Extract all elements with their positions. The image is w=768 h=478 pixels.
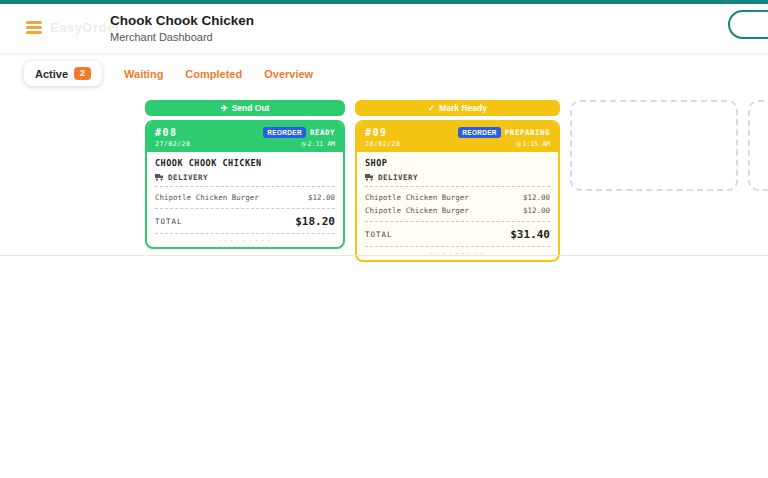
order-status: READY [310, 128, 335, 137]
order-status: PREPARING [505, 128, 550, 137]
item-name: Chipotle Chicken Burger [365, 193, 469, 202]
order-card-body: SHOP DELIVERY Chipotle Chicken Burger $1… [357, 152, 558, 260]
order-number: #08 [155, 127, 178, 138]
fulfillment-row: DELIVERY [365, 173, 550, 182]
order-time: ◷ 2:11 AM [301, 140, 335, 148]
item-price: $12.00 [308, 193, 335, 202]
tab-active[interactable]: Active 2 [24, 61, 102, 86]
tab-overview[interactable]: Overview [264, 68, 313, 80]
app-header: EasyOrder Chook Chook Chicken Merchant D… [0, 4, 768, 53]
tab-completed[interactable]: Completed [185, 68, 242, 80]
order-date: 27/02/20 [155, 140, 190, 148]
send-out-label: Send Out [232, 103, 270, 113]
total-label: TOTAL [365, 230, 393, 239]
total-label: TOTAL [155, 217, 183, 226]
divider [365, 246, 550, 247]
total-value: $18.20 [295, 215, 335, 228]
divider [155, 233, 335, 234]
item-price: $12.00 [523, 206, 550, 215]
divider [155, 186, 335, 187]
order-card-header: #08 REORDER READY 27/02/20 ◷ 2:11 AM [147, 122, 343, 152]
vendor-name: SHOP [365, 158, 550, 168]
empty-order-slot [748, 100, 768, 191]
send-out-button[interactable]: ✈ Send Out [145, 100, 345, 116]
empty-order-slot [570, 100, 738, 191]
section-divider [0, 255, 768, 256]
header-title-block: Chook Chook Chicken Merchant Dashboard [110, 13, 254, 43]
hamburger-menu-icon[interactable] [26, 21, 42, 35]
order-time: ◷ 1:15 AM [516, 140, 550, 148]
item-name: Chipotle Chicken Burger [365, 206, 469, 215]
total-row: TOTAL $31.40 [365, 226, 550, 242]
total-row: TOTAL $18.20 [155, 213, 335, 229]
order-card-body: CHOOK CHOOK CHICKEN DELIVERY Chipotle Ch… [147, 152, 343, 247]
item-price: $12.00 [523, 193, 550, 202]
order-item: Chipotle Chicken Burger $12.00 [365, 191, 550, 204]
divider [155, 208, 335, 209]
active-count-badge: 2 [74, 67, 91, 80]
page-subtitle: Merchant Dashboard [110, 31, 254, 43]
fulfillment-label: DELIVERY [168, 173, 208, 182]
fulfillment-label: DELIVERY [378, 173, 418, 182]
divider [365, 186, 550, 187]
reorder-badge: REORDER [263, 127, 306, 138]
send-icon: ✈ [221, 103, 228, 113]
divider [365, 221, 550, 222]
order-column-09: ✓ Mark Ready #09 REORDER PREPARING 28/02… [355, 100, 560, 262]
item-name: Chipotle Chicken Burger [155, 193, 259, 202]
tab-bar: Active 2 Waiting Completed Overview [24, 61, 313, 86]
order-card-header: #09 REORDER PREPARING 28/02/20 ◷ 1:15 AM [357, 122, 558, 152]
order-number: #09 [365, 127, 388, 138]
orders-board: ✈ Send Out #08 REORDER READY 27/02/20 ◷ … [145, 100, 560, 262]
check-icon: ✓ [428, 103, 435, 113]
perforation-dots: ········· [365, 251, 550, 257]
reorder-badge: REORDER [458, 127, 501, 138]
total-value: $31.40 [510, 228, 550, 241]
order-item: Chipotle Chicken Burger $12.00 [155, 191, 335, 204]
tab-waiting[interactable]: Waiting [124, 68, 163, 80]
perforation-dots: ········· [155, 238, 335, 244]
clock-icon: ◷ [516, 140, 520, 148]
delivery-icon [365, 174, 374, 181]
vendor-name: CHOOK CHOOK CHICKEN [155, 158, 335, 168]
order-card[interactable]: #08 REORDER READY 27/02/20 ◷ 2:11 AM CHO… [145, 120, 345, 249]
mark-ready-label: Mark Ready [439, 103, 487, 113]
tab-active-label: Active [35, 68, 68, 80]
fulfillment-row: DELIVERY [155, 173, 335, 182]
page-title: Chook Chook Chicken [110, 13, 254, 28]
mark-ready-button[interactable]: ✓ Mark Ready [355, 100, 560, 116]
order-card[interactable]: #09 REORDER PREPARING 28/02/20 ◷ 1:15 AM… [355, 120, 560, 262]
order-column-08: ✈ Send Out #08 REORDER READY 27/02/20 ◷ … [145, 100, 345, 249]
order-date: 28/02/20 [365, 140, 400, 148]
clock-icon: ◷ [301, 140, 305, 148]
header-corner-button[interactable] [728, 10, 768, 39]
order-item: Chipotle Chicken Burger $12.00 [365, 204, 550, 217]
delivery-icon [155, 174, 164, 181]
